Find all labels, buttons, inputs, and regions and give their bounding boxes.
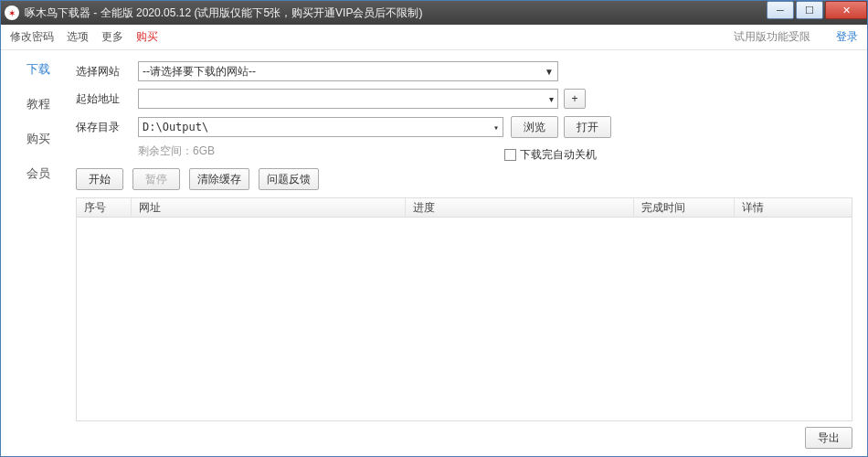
main-panel: 选择网站 --请选择要下载的网站-- ▼ 起始地址 ▾ + 保存目录 <box>76 50 867 456</box>
menu-buy[interactable]: 购买 <box>136 29 158 45</box>
save-path-input[interactable]: D:\Output\ ▾ <box>138 117 503 137</box>
footer: 导出 <box>76 421 852 449</box>
pause-button[interactable]: 暂停 <box>132 168 180 190</box>
body: 下载 教程 购买 会员 选择网站 --请选择要下载的网站-- ▼ 起始地址 ▾ <box>1 50 867 456</box>
tab-tutorial[interactable]: 教程 <box>26 96 50 112</box>
shutdown-checkbox-wrap[interactable]: 下载完自动关机 <box>504 147 597 163</box>
site-select-value: --请选择要下载的网站-- <box>143 64 256 80</box>
table-body <box>76 218 852 421</box>
shutdown-checkbox[interactable] <box>504 149 516 161</box>
table-header: 序号 网址 进度 完成时间 详情 <box>76 197 852 218</box>
app-window: ✶ 啄木鸟下载器 - 全能版 2020.05.12 (试用版仅能下5张，购买开通… <box>0 0 868 457</box>
th-detail[interactable]: 详情 <box>735 198 852 217</box>
add-url-button[interactable]: + <box>564 89 586 109</box>
url-label: 起始地址 <box>76 91 138 107</box>
titlebar: ✶ 啄木鸟下载器 - 全能版 2020.05.12 (试用版仅能下5张，购买开通… <box>1 1 867 25</box>
menu-options[interactable]: 选项 <box>67 29 89 45</box>
browse-button[interactable]: 浏览 <box>511 116 558 138</box>
save-label: 保存目录 <box>76 120 138 135</box>
feedback-button[interactable]: 问题反馈 <box>259 168 319 190</box>
start-button[interactable]: 开始 <box>76 168 123 190</box>
site-label: 选择网站 <box>76 64 138 80</box>
th-finish-time[interactable]: 完成时间 <box>634 198 735 217</box>
menu-more[interactable]: 更多 <box>101 29 123 45</box>
shutdown-label: 下载完自动关机 <box>520 147 597 163</box>
th-url[interactable]: 网址 <box>132 198 406 217</box>
chevron-down-icon: ▾ <box>493 122 499 133</box>
site-select[interactable]: --请选择要下载的网站-- ▼ <box>138 61 558 81</box>
close-button[interactable]: ✕ <box>825 1 867 19</box>
th-progress[interactable]: 进度 <box>406 198 634 217</box>
chevron-down-icon: ▾ <box>549 94 554 104</box>
url-input[interactable]: ▾ <box>138 89 558 109</box>
sidebar: 下载 教程 购买 会员 <box>1 50 76 456</box>
free-space-text: 剩余空间：6GB <box>138 143 215 159</box>
window-controls: ─ ☐ ✕ <box>765 1 867 25</box>
plus-icon: + <box>571 92 577 105</box>
tab-buy[interactable]: 购买 <box>26 131 50 147</box>
export-button[interactable]: 导出 <box>805 427 852 449</box>
menubar: 修改密码 选项 更多 购买 试用版功能受限 登录 <box>1 25 867 50</box>
save-path-value: D:\Output\ <box>143 121 208 133</box>
window-title: 啄木鸟下载器 - 全能版 2020.05.12 (试用版仅能下5张，购买开通VI… <box>25 5 765 21</box>
app-icon: ✶ <box>5 5 19 20</box>
login-link[interactable]: 登录 <box>836 29 858 45</box>
chevron-down-icon: ▼ <box>545 67 554 77</box>
trial-notice: 试用版功能受限 <box>734 29 810 45</box>
minimize-button[interactable]: ─ <box>767 1 794 19</box>
maximize-button[interactable]: ☐ <box>796 1 823 19</box>
clear-cache-button[interactable]: 清除缓存 <box>189 168 249 190</box>
action-row: 开始 暂停 清除缓存 问题反馈 <box>76 168 852 190</box>
open-folder-button[interactable]: 打开 <box>564 116 611 138</box>
menu-change-password[interactable]: 修改密码 <box>10 29 54 45</box>
th-index[interactable]: 序号 <box>77 198 132 217</box>
tab-download[interactable]: 下载 <box>26 61 50 78</box>
tab-member[interactable]: 会员 <box>26 165 50 182</box>
